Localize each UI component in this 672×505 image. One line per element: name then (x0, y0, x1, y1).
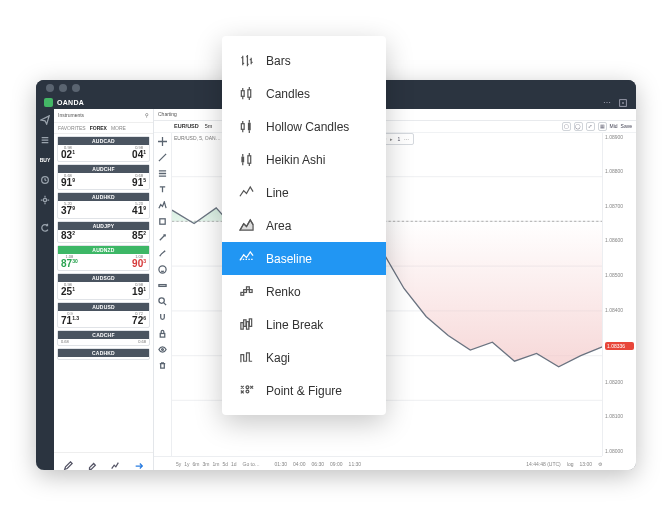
ctl-square-icon[interactable]: ▢ (562, 122, 571, 131)
y-tick: 1.08000 (605, 449, 634, 454)
footer-pencil-icon[interactable] (63, 457, 73, 467)
svg-point-30 (246, 386, 249, 389)
chart-type-line-break[interactable]: Line Break (222, 308, 386, 341)
tf-1y[interactable]: 1y (184, 461, 189, 467)
pair-symbol: AUDSGD (58, 274, 149, 282)
footer-arrow-icon[interactable] (134, 457, 144, 467)
pair-audsgd[interactable]: AUDSGD0.982510.98191 (57, 273, 150, 299)
svg-rect-3 (160, 219, 165, 224)
pair-audchf[interactable]: AUDCHF0.689190.68915 (57, 164, 150, 190)
ctl-grid-icon[interactable]: ▦ (598, 122, 607, 131)
tool-lock-icon[interactable] (158, 329, 168, 339)
tool-fib-icon[interactable] (158, 169, 168, 179)
tf-6m[interactable]: 6m (193, 461, 200, 467)
chart-type-baseline[interactable]: Baseline (222, 242, 386, 275)
svg-rect-29 (249, 319, 251, 327)
chart-type-area[interactable]: Area (222, 209, 386, 242)
renko-icon (238, 284, 254, 300)
line-icon (238, 185, 254, 201)
pair-symbol: CADHKD (58, 349, 149, 357)
window-max-dot[interactable] (72, 84, 80, 92)
tool-ruler-icon[interactable] (158, 281, 168, 291)
price-change: 1 (397, 136, 400, 142)
pair-audjpy[interactable]: AUDJPY832852 (57, 221, 150, 243)
nav-refresh-icon[interactable] (40, 223, 50, 233)
chart-type-kagi[interactable]: Kagi (222, 341, 386, 374)
chart-type-bars[interactable]: Bars (222, 44, 386, 77)
tool-cross-icon[interactable] (158, 137, 168, 147)
ctl-mid[interactable]: Mid (610, 122, 618, 131)
tool-shape-icon[interactable] (158, 217, 168, 227)
svg-point-6 (159, 298, 164, 303)
chart-type-renko[interactable]: Renko (222, 275, 386, 308)
tab-favorites[interactable]: FAVORITES (58, 125, 86, 131)
price-close-icon[interactable]: ⋯ (404, 136, 409, 142)
tool-eye-icon[interactable] (158, 345, 168, 355)
pair-audhkd[interactable]: AUDHKD5.203795.20419 (57, 192, 150, 218)
tool-zoom-icon[interactable] (158, 297, 168, 307)
window-min-dot[interactable] (59, 84, 67, 92)
xt-3: 09:00 (330, 461, 343, 467)
chart-type-label: Candles (266, 87, 310, 101)
tf-5d[interactable]: 5d (222, 461, 228, 467)
chart-type-candles[interactable]: Candles (222, 77, 386, 110)
chart-pair[interactable]: EUR/USD (174, 123, 199, 129)
tab-more[interactable]: MORE (111, 125, 126, 131)
instruments-list: AUDCAD0.980210.98041AUDCHF0.689190.68915… (54, 134, 153, 452)
nav-rail: BUY (36, 109, 54, 470)
ctl-save[interactable]: Save (621, 122, 632, 131)
y-tick: 1.08100 (605, 414, 634, 419)
tool-emoji-icon[interactable] (158, 265, 168, 275)
chart-type-line[interactable]: Line (222, 176, 386, 209)
nav-settings-icon[interactable] (40, 195, 50, 205)
xt-0: 01:30 (275, 461, 288, 467)
tool-arrow-icon[interactable] (158, 233, 168, 243)
pair-symbol: CADCHF (58, 331, 149, 339)
tf-3m[interactable]: 3m (203, 461, 210, 467)
nav-clock-icon[interactable] (40, 175, 50, 185)
nav-send-icon[interactable] (40, 115, 50, 125)
svg-rect-21 (247, 156, 250, 164)
tf-1d[interactable]: 1d (231, 461, 237, 467)
y-tick: 1.08900 (605, 135, 634, 140)
tf-5y[interactable]: 5y (176, 461, 181, 467)
tool-trendline-icon[interactable] (158, 153, 168, 163)
x-settings-icon[interactable]: ⚙ (598, 461, 602, 467)
tool-magnet-icon[interactable] (158, 313, 168, 323)
new-window-icon[interactable] (618, 98, 628, 108)
tab-forex[interactable]: FOREX (90, 125, 107, 131)
y-tick: 1.08600 (605, 238, 634, 243)
chart-type-heikin-ashi[interactable]: Heikin Ashi (222, 143, 386, 176)
ctl-camera-icon[interactable]: ◯ (574, 122, 583, 131)
svg-rect-27 (243, 320, 245, 327)
log-toggle[interactable]: log (567, 461, 574, 467)
more-icon[interactable]: ⋯ (602, 98, 612, 108)
drawing-tools (154, 133, 172, 456)
chart-interval[interactable]: 5m (205, 123, 213, 129)
chart-type-point-figure[interactable]: Point & Figure (222, 374, 386, 407)
nav-list-icon[interactable] (40, 135, 50, 145)
chart-type-label: Kagi (266, 351, 290, 365)
pair-audusd[interactable]: AUDUSD0.9711.30.72726 (57, 302, 150, 328)
tool-text-icon[interactable] (158, 185, 168, 195)
footer-eraser-icon[interactable] (87, 457, 97, 467)
nav-buy-icon[interactable]: BUY (40, 155, 50, 165)
instruments-search-icon[interactable]: ⚲ (145, 112, 149, 118)
goto-input[interactable]: Go to… (243, 461, 269, 467)
tf-1m[interactable]: 1m (212, 461, 219, 467)
tool-pattern-icon[interactable] (158, 201, 168, 211)
chart-header-label: Charting (158, 111, 177, 117)
window-close-dot[interactable] (46, 84, 54, 92)
pair-audnzd[interactable]: AUDNZD1.0887301.08903 (57, 245, 150, 271)
ctl-expand-icon[interactable]: ⤢ (586, 122, 595, 131)
brand: OANDA (44, 98, 84, 107)
utc-time: 14:44:48 (UTC) (526, 461, 560, 467)
tool-trash-icon[interactable] (158, 361, 168, 371)
svg-rect-20 (241, 157, 244, 163)
pair-cadhkd[interactable]: CADHKD (57, 348, 150, 360)
tool-brush-icon[interactable] (158, 249, 168, 259)
footer-trend-icon[interactable] (110, 457, 120, 467)
chart-type-hollow-candles[interactable]: Hollow Candles (222, 110, 386, 143)
pair-audcad[interactable]: AUDCAD0.980210.98041 (57, 136, 150, 162)
pair-cadchf[interactable]: CADCHF0.680.68 (57, 330, 150, 346)
